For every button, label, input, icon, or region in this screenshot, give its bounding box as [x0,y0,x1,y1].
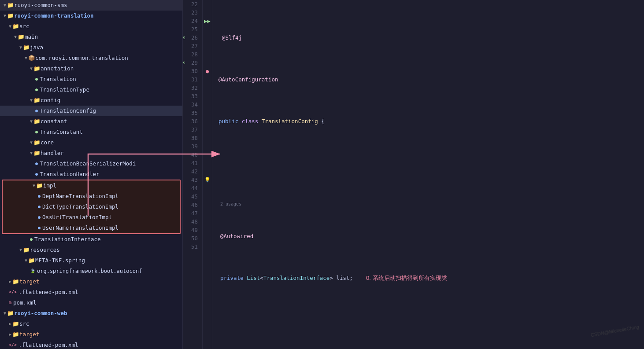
class-name: TranslationConfig [262,117,321,125]
sidebar-item-label: annotation [41,64,74,73]
sidebar-item-ruoyi-common-sms[interactable]: ▼ 📁 ruoyi-common-sms [0,0,182,11]
class-icon: ● [30,235,33,244]
sidebar-item-label: resources [30,246,60,254]
collapse-arrow: ▼ [4,11,6,20]
keyword-class: class [242,117,262,125]
sidebar-item-label: core [41,138,54,147]
sidebar-item-label: META-INF.spring [35,256,85,265]
folder-icon: 📁 [28,256,35,265]
sidebar-item-target2[interactable]: ▶ 📁 target [0,329,182,340]
annotation-slf4j: @Slf4j [222,33,242,42]
code-line-25 [218,159,644,167]
sidebar-item-TranslationType[interactable]: ● TranslationType [0,84,182,95]
sidebar-item-config[interactable]: ▼ 📁 config [0,95,182,106]
folder-icon: 📁 [12,277,19,286]
comment-0: 0. 系统启动扫描得到所有实现类 [366,274,447,282]
sidebar-item-src2[interactable]: ▶ 📁 src [0,319,182,329]
sidebar-item-label: pom.xml [13,298,37,307]
sidebar-item-flattened-pom-xml[interactable]: </> .flattened-pom.xml [0,287,182,298]
sidebar-item-label: .flattened-pom.xml [19,288,78,297]
sidebar-item-UserNameTranslationImpl[interactable]: ● UserNameTranslationImpl [3,223,180,233]
sidebar-item-DictTypeTranslationImpl[interactable]: ● DictTypeTranslationImpl [3,202,180,212]
sidebar-item-Translation[interactable]: ● Translation [0,74,182,84]
sidebar-item-label: main [25,33,38,41]
sidebar-item-TranslationInterface[interactable]: ● TranslationInterface [0,234,182,245]
sidebar-item-annotation[interactable]: ▼ 📁 annotation [0,63,182,74]
sidebar-item-spring-autoconf[interactable]: 🍃 org.springframework.boot.autoconf [0,266,182,276]
sidebar-item-flattened-pom2[interactable]: </> .flattened-pom.xml [0,340,182,349]
xml-icon: </> [9,341,17,349]
folder-icon: 📁 [33,117,41,126]
run-icon[interactable]: ▶ [204,18,207,24]
collapse-arrow: ▼ [30,96,33,105]
sidebar-item-TranslationBeanSerializerModi[interactable]: ● TranslationBeanSerializerModi [0,158,182,169]
collapse-arrow: ▼ [25,54,27,62]
class-icon: ● [38,192,41,201]
collapse-arrow: ▶ [9,330,11,339]
folder-icon: 📁 [7,1,14,10]
sidebar-item-target-1[interactable]: ▶ 📁 target [0,276,182,287]
sidebar-item-label: TranslationInterface [34,235,101,244]
sidebar-item-ruoyi-common-web[interactable]: ▼ 📁 ruoyi-common-web [0,308,182,319]
sidebar-item-ruoyi-common-translation[interactable]: ▼ 📁 ruoyi-common-translation [0,11,182,21]
sidebar-item-label: target [19,277,39,286]
sidebar-item-package[interactable]: ▼ 📦 com.ruoyi.common.translation [0,53,182,63]
sidebar-item-resources[interactable]: ▼ 📁 resources [0,245,182,255]
sidebar-item-DeptNameTranslationImpl[interactable]: ● DeptNameTranslationImpl [3,191,180,202]
folder-icon: 📁 [33,96,41,105]
code-line-27: private List < TranslationInterface > li… [218,274,644,282]
class-icon: ● [38,202,41,211]
collapse-arrow: ▼ [19,246,22,254]
folder-icon: 📁 [18,33,25,41]
collapse-arrow: ▼ [30,149,33,158]
sidebar-item-src[interactable]: ▼ 📁 src [0,21,182,32]
collapse-arrow: ▶ [9,277,11,286]
sidebar-item-label: Translation [40,75,76,84]
sidebar-item-label: src [19,320,30,328]
bulb-icon[interactable]: 💡 [204,177,211,183]
sidebar-item-META-INF[interactable]: ▼ 📁 META-INF.spring [0,255,182,266]
sidebar-item-handler[interactable]: ▼ 📁 handler [0,148,182,158]
sidebar-item-TranslationHandler[interactable]: ● TranslationHandler [0,169,182,180]
sidebar-item-label: DictTypeTranslationImpl [42,202,118,211]
code-line-26: @Autowired [218,232,644,240]
folder-icon: 📦 [28,54,35,62]
collapse-arrow: ▼ [4,1,6,10]
collapse-arrow: ▼ [30,117,33,126]
code-line-22: @Slf4j [218,33,644,42]
sidebar-item-label: TransConstant [40,128,83,136]
file-tree[interactable]: ▼ 📁 ruoyi-common-sms ▼ 📁 ruoyi-common-tr… [0,0,183,349]
run-icon2[interactable]: ▶ [207,18,211,24]
sidebar-item-TranslationConfig[interactable]: ● TranslationConfig [0,106,182,116]
collapse-arrow: ▶ [9,320,11,328]
folder-icon: 📁 [36,181,43,190]
sidebar-item-OssUrlTranslationImpl[interactable]: ● OssUrlTranslationImpl [3,212,180,223]
code-line-23: @AutoConfiguration [218,75,644,84]
collapse-arrow: ▼ [25,256,27,265]
sidebar-item-constant[interactable]: ▼ 📁 constant [0,116,182,127]
sidebar-item-TransConstant[interactable]: ● TransConstant [0,127,182,137]
sidebar-item-java[interactable]: ▼ 📁 java [0,42,182,53]
code-line-28 [218,316,644,324]
sidebar-item-label: ruoyi-common-web [14,309,67,318]
folder-icon: 📁 [33,149,41,158]
collapse-arrow: ▼ [4,309,6,318]
sidebar-item-label: src [19,22,30,31]
collapse-arrow: ▼ [33,181,35,190]
sidebar-item-label: TranslationType [40,85,89,94]
sidebar-item-main[interactable]: ▼ 📁 main [0,32,182,42]
class-icon: ● [35,75,38,84]
sidebar-item-label: DeptNameTranslationImpl [42,192,118,201]
code-lines: @Slf4j @AutoConfiguration public class T… [212,0,644,349]
class-icon: ● [35,159,38,168]
sidebar-item-label: target [19,330,39,339]
sidebar-item-impl[interactable]: ▼ 📁 impl [3,180,180,191]
folder-icon: 📁 [23,43,30,52]
annotation-autoconfig: @AutoConfiguration [218,75,278,84]
sidebar-item-label: config [41,96,60,105]
annotation-autowired-1: @Autowired [220,232,253,240]
debug-icon[interactable]: ● [206,68,209,74]
sidebar-item-pom-xml[interactable]: m pom.xml [0,298,182,308]
sidebar-item-label: handler [41,149,64,158]
sidebar-item-core[interactable]: ▼ 📁 core [0,137,182,148]
